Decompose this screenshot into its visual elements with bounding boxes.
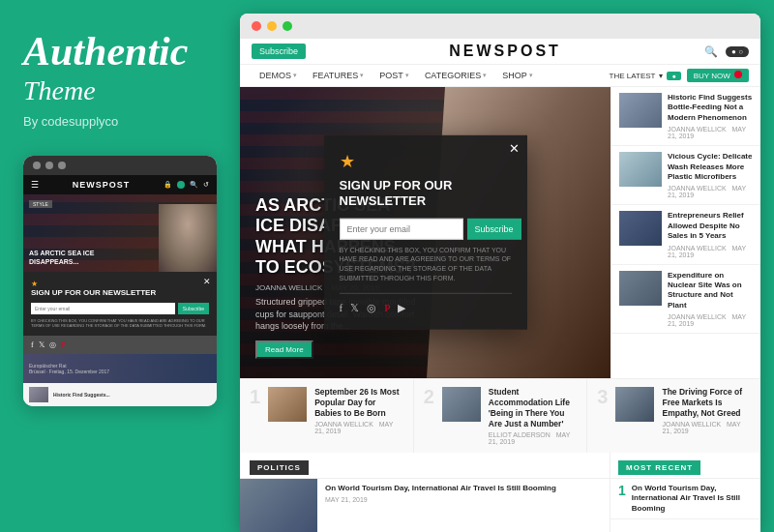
- newsletter-close-button[interactable]: ✕: [509, 141, 520, 157]
- newsletter-popup-title: SIGN UP FOR OUR NEWSLETTER: [340, 178, 512, 208]
- read-more-button[interactable]: Read More: [255, 340, 313, 359]
- theme-by-text: By codesupplyco: [23, 114, 217, 129]
- newsletter-youtube-icon: ▶: [398, 302, 405, 314]
- sidebar-article-4-meta: JOANNA WELLICK MAY 21, 2019: [668, 313, 753, 327]
- theme-title: Authentic Theme By codesupplyco: [23, 29, 217, 129]
- lower-article-1: On World Tourism Day, International Air …: [240, 479, 610, 532]
- subscribe-button[interactable]: Subscribe: [252, 44, 306, 59]
- sidebar-article-4: Expenditure on Nuclear Site Was on Struc…: [611, 265, 760, 335]
- mobile-newsletter-star: ★: [31, 280, 209, 288]
- sidebar-article-3-meta: JOANNA WELLICK MAY 21, 2019: [668, 245, 753, 258]
- latest-chevron: ▾: [659, 72, 663, 80]
- bottom-article-1: 1 September 26 Is Most Popular Day for B…: [240, 379, 414, 453]
- lower-right: MOST RECENT 1 On World Tourism Day, Inte…: [610, 453, 760, 532]
- mobile-preview: ☰ NEWSPOST 🔒 🔍 ↺ STYLE AS ARCTIC SEA ICE…: [23, 156, 217, 406]
- sidebar-article-2-title: Vicious Cycle: Delicate Wash Releases Mo…: [668, 152, 753, 182]
- bottom-article-3-meta: JOANNA WELLICK MAY 21, 2019: [662, 421, 751, 434]
- lower-article-meta: MAY 21, 2019: [325, 496, 602, 503]
- nav-shop[interactable]: SHOP ▾: [494, 69, 541, 82]
- sidebar-article-2-meta: JOANNA WELLICK MAY 21, 2019: [668, 185, 753, 198]
- bottom-article-2: 2 Student Accommodation Life 'Being in T…: [414, 379, 588, 453]
- newsletter-subscribe-button[interactable]: Subscribe: [467, 218, 521, 239]
- sidebar-article-4-title: Expenditure on Nuclear Site Was on Struc…: [668, 271, 753, 311]
- bottom-article-1-title: September 26 Is Most Popular Day for Bab…: [314, 387, 403, 419]
- mobile-footer-headline: Historic Find Suggests...: [53, 392, 110, 398]
- newsletter-instagram-icon: ◎: [367, 302, 376, 314]
- hero-section: AS ARCTIC SEA ICE DISAPPEARS, WHAT HAPPE…: [240, 87, 760, 378]
- buy-now-badge: [734, 71, 742, 78]
- newspost-header: Subscribe NEWSPOST 🔍 ● ○ DEMOS ▾ FEATURE…: [240, 39, 760, 87]
- browser-window: Subscribe NEWSPOST 🔍 ● ○ DEMOS ▾ FEATURE…: [240, 14, 760, 532]
- latest-badge: ●: [667, 72, 680, 80]
- mobile-nav: ☰ NEWSPOST 🔒 🔍 ↺: [23, 175, 217, 194]
- buy-now-button[interactable]: BUY NOW: [687, 69, 749, 82]
- mobile-dot-3: [58, 162, 66, 169]
- bottom-article-3-content: The Driving Force of Free Markets Is Emp…: [662, 387, 751, 434]
- politics-label: POLITICS: [250, 460, 309, 475]
- mobile-newsletter-title: SIGN UP FOR OUR NEWSLETTER: [31, 288, 209, 298]
- most-recent-label: MOST RECENT: [618, 460, 700, 475]
- lower-article-thumb: [240, 479, 317, 532]
- sidebar-thumb-2: [619, 152, 662, 187]
- sidebar: Historic Find Suggests Bottle-Feeding No…: [610, 87, 760, 378]
- hero-main: AS ARCTIC SEA ICE DISAPPEARS, WHAT HAPPE…: [240, 87, 610, 378]
- left-panel: Authentic Theme By codesupplyco ☰ NEWSPO…: [0, 0, 240, 532]
- bottom-article-2-title: Student Accommodation Life 'Being in The…: [489, 387, 578, 429]
- sidebar-article-4-content: Expenditure on Nuclear Site Was on Struc…: [668, 271, 753, 328]
- main-nav: DEMOS ▾ FEATURES ▾ POST ▾ CATEGORIES ▾ S…: [240, 65, 760, 87]
- mobile-top-bar: [23, 156, 217, 175]
- bottom-article-3-title: The Driving Force of Free Markets Is Emp…: [662, 387, 751, 419]
- lower-section: POLITICS On World Tourism Day, Internati…: [240, 453, 760, 532]
- newsletter-social-icons: f 𝕏 ◎ P ▶: [340, 293, 512, 314]
- mobile-hamburger-icon: ☰: [31, 180, 39, 190]
- most-recent-title-1: On World Tourism Day, International Air …: [632, 484, 753, 514]
- mobile-bottom-caption: Europäischer RatBrüssel · Freitag, 15. D…: [29, 363, 109, 374]
- mobile-nav-icons: 🔒 🔍 ↺: [164, 181, 209, 189]
- bottom-article-3: 3 The Driving Force of Free Markets Is E…: [587, 379, 760, 453]
- mobile-footer-preview: Historic Find Suggests...: [23, 383, 217, 406]
- mobile-person-img: [159, 204, 217, 272]
- mobile-instagram-icon: ◎: [49, 340, 56, 349]
- mobile-footer-thumb: [29, 387, 48, 402]
- lower-article-text: On World Tourism Day, International Air …: [317, 479, 610, 532]
- bottom-article-1-content: September 26 Is Most Popular Day for Bab…: [314, 387, 403, 434]
- mobile-bottom-image: Europäischer RatBrüssel · Freitag, 15. D…: [23, 354, 217, 383]
- mobile-newsletter-form: Subscribe: [31, 303, 209, 314]
- mobile-logo: NEWSPOST: [73, 180, 131, 190]
- mobile-hero-style: STYLE: [29, 200, 52, 208]
- newsletter-pinterest-icon: P: [384, 302, 390, 314]
- newsletter-email-input[interactable]: [340, 218, 463, 239]
- mobile-pinterest-icon: P: [61, 340, 65, 349]
- nav-post[interactable]: POST ▾: [372, 69, 417, 82]
- most-recent-num-1: 1: [618, 484, 626, 497]
- top-icons: 🔍 ● ○: [704, 45, 749, 58]
- mobile-newsletter-close[interactable]: ✕: [203, 277, 211, 286]
- search-icon[interactable]: 🔍: [704, 45, 718, 58]
- browser-dot-red: [252, 21, 261, 31]
- bottom-article-2-thumb: [442, 387, 481, 422]
- nav-demos[interactable]: DEMOS ▾: [252, 69, 305, 82]
- top-nav: Subscribe NEWSPOST 🔍 ● ○: [240, 39, 760, 65]
- sidebar-thumb-1: [619, 93, 662, 128]
- nav-categories[interactable]: CATEGORIES ▾: [417, 69, 494, 82]
- bottom-article-1-thumb: [268, 387, 307, 422]
- mobile-search-icon: 🔍: [190, 181, 198, 189]
- newspost-logo: NEWSPOST: [313, 43, 697, 60]
- mobile-newsletter-terms: BY CHECKING THIS BOX, YOU CONFIRM THAT Y…: [31, 318, 209, 328]
- nav-features[interactable]: FEATURES ▾: [305, 69, 372, 82]
- bottom-articles-row: 1 September 26 Is Most Popular Day for B…: [240, 378, 760, 453]
- mobile-dot-2: [45, 162, 53, 169]
- mobile-hero-title: AS ARCTIC SEA ICEDISAPPEARS...: [29, 250, 95, 266]
- shop-chevron: ▾: [529, 72, 533, 79]
- bottom-article-1-meta: JOANNA WELLICK MAY 21, 2019: [314, 421, 403, 434]
- sidebar-article-3: Entrepreneurs Relief Allowed Despite No …: [611, 205, 760, 264]
- sidebar-article-3-content: Entrepreneurs Relief Allowed Despite No …: [668, 211, 753, 257]
- mobile-email-input[interactable]: [31, 303, 175, 314]
- dark-toggle[interactable]: ● ○: [726, 46, 749, 57]
- most-recent-item-1: 1 On World Tourism Day, International Ai…: [610, 479, 760, 519]
- mobile-subscribe-button[interactable]: Subscribe: [178, 303, 209, 314]
- sidebar-article-1-content: Historic Find Suggests Bottle-Feeding No…: [668, 93, 753, 139]
- browser-chrome: [240, 14, 760, 39]
- browser-content: Subscribe NEWSPOST 🔍 ● ○ DEMOS ▾ FEATURE…: [240, 39, 760, 532]
- sidebar-article-1-meta: JOANNA WELLICK MAY 21, 2019: [668, 126, 753, 139]
